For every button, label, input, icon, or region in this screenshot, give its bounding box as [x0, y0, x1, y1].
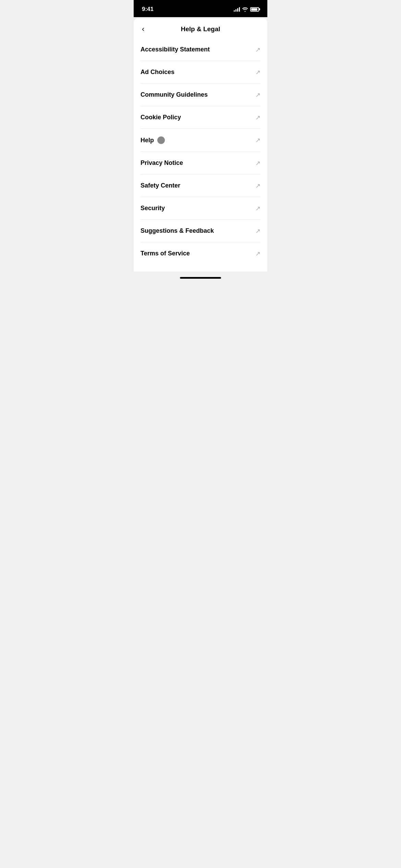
- external-link-icon: ↗: [255, 92, 260, 98]
- signal-icon: [234, 7, 240, 12]
- menu-item-left: Accessibility Statement: [141, 46, 210, 53]
- menu-item-left: Community Guidelines: [141, 91, 208, 98]
- sheet-container: ‹ Help & Legal Accessibility Statement↗A…: [134, 19, 267, 272]
- menu-item-left: Privacy Notice: [141, 159, 183, 167]
- menu-item-left: Ad Choices: [141, 69, 174, 76]
- menu-item-left: Help: [141, 136, 165, 144]
- menu-list: Accessibility Statement↗Ad Choices↗Commu…: [134, 38, 267, 265]
- wifi-icon: [242, 7, 248, 12]
- external-link-icon: ↗: [255, 69, 260, 75]
- nav-header: ‹ Help & Legal: [134, 19, 267, 38]
- external-link-icon: ↗: [255, 114, 260, 121]
- external-link-icon: ↗: [255, 137, 260, 143]
- menu-item-label-ad-choices: Ad Choices: [141, 69, 174, 76]
- status-icons: [234, 7, 259, 12]
- external-link-icon: ↗: [255, 160, 260, 166]
- home-bar: [180, 277, 221, 279]
- menu-item-label-safety-center: Safety Center: [141, 182, 180, 189]
- external-link-icon: ↗: [255, 251, 260, 257]
- menu-item-label-accessibility-statement: Accessibility Statement: [141, 46, 210, 53]
- page-title: Help & Legal: [181, 25, 220, 33]
- status-time: 9:41: [142, 6, 154, 13]
- menu-item-label-cookie-policy: Cookie Policy: [141, 114, 181, 121]
- menu-item-label-suggestions-feedback: Suggestions & Feedback: [141, 227, 214, 234]
- menu-item-safety-center[interactable]: Safety Center↗: [141, 174, 260, 197]
- menu-item-suggestions-feedback[interactable]: Suggestions & Feedback↗: [141, 220, 260, 242]
- menu-item-label-terms-of-service: Terms of Service: [141, 250, 190, 257]
- menu-item-left: Cookie Policy: [141, 114, 181, 121]
- menu-item-terms-of-service[interactable]: Terms of Service↗: [141, 242, 260, 265]
- menu-item-accessibility-statement[interactable]: Accessibility Statement↗: [141, 38, 260, 61]
- menu-item-privacy-notice[interactable]: Privacy Notice↗: [141, 152, 260, 174]
- menu-item-security[interactable]: Security↗: [141, 197, 260, 220]
- badge-dot: [157, 136, 165, 144]
- back-button[interactable]: ‹: [141, 23, 146, 35]
- menu-item-ad-choices[interactable]: Ad Choices↗: [141, 61, 260, 84]
- external-link-icon: ↗: [255, 228, 260, 234]
- menu-item-left: Terms of Service: [141, 250, 190, 257]
- menu-item-left: Security: [141, 205, 165, 212]
- menu-item-label-help: Help: [141, 137, 154, 144]
- menu-item-community-guidelines[interactable]: Community Guidelines↗: [141, 84, 260, 106]
- status-bar: 9:41: [134, 0, 267, 17]
- back-icon: ‹: [142, 25, 144, 34]
- menu-item-label-community-guidelines: Community Guidelines: [141, 91, 208, 98]
- menu-item-cookie-policy[interactable]: Cookie Policy↗: [141, 106, 260, 129]
- menu-item-left: Suggestions & Feedback: [141, 227, 214, 234]
- menu-item-label-security: Security: [141, 205, 165, 212]
- menu-item-label-privacy-notice: Privacy Notice: [141, 159, 183, 167]
- external-link-icon: ↗: [255, 47, 260, 53]
- battery-icon: [250, 7, 259, 12]
- home-indicator: [134, 272, 267, 281]
- external-link-icon: ↗: [255, 205, 260, 212]
- external-link-icon: ↗: [255, 183, 260, 189]
- menu-item-left: Safety Center: [141, 182, 180, 189]
- menu-item-help[interactable]: Help↗: [141, 129, 260, 152]
